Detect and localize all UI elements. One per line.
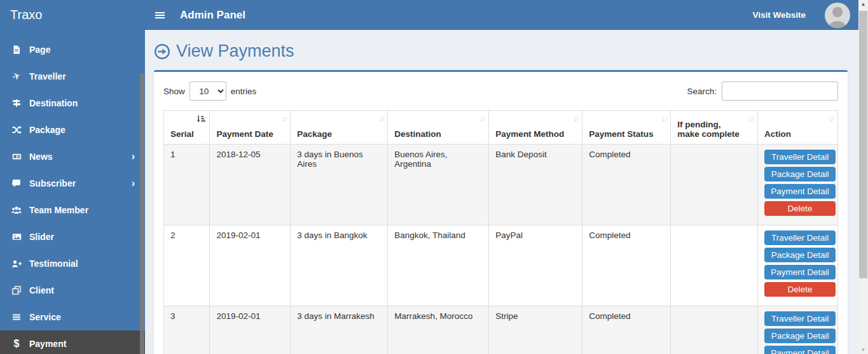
cell-payment-method: Stripe: [489, 306, 582, 354]
cell-payment-date: 2018-12-05: [210, 145, 291, 225]
sidebar-item-destination[interactable]: Destination: [0, 90, 145, 117]
sidebar-item-package[interactable]: Package: [0, 117, 145, 143]
column-header-if-pending[interactable]: If pending, make complete↓↑: [671, 111, 758, 145]
payment-detail-button[interactable]: Payment Detail: [764, 265, 836, 280]
entries-label: entries: [231, 87, 257, 96]
page-heading: View Payments: [154, 41, 868, 61]
sort-icon: ↓↑: [573, 115, 578, 124]
file-icon: [10, 45, 23, 54]
traveller-detail-button[interactable]: Traveller Detail: [764, 150, 836, 164]
sidebar-item-team-member[interactable]: Team Member: [0, 197, 145, 223]
column-header-destination[interactable]: Destination↓↑: [388, 111, 489, 145]
column-header-payment-method[interactable]: Payment Method↓↑: [489, 111, 582, 145]
scroll-up-icon[interactable]: ▲: [858, 1, 868, 7]
delete-button[interactable]: Delete: [764, 282, 836, 297]
table-header-row: Serial Payment Date↓↑ Package↓↑ Destinat…: [164, 111, 838, 145]
package-detail-button[interactable]: Package Detail: [764, 329, 836, 343]
sidebar-item-label: News: [29, 152, 53, 162]
cell-payment-status: Completed: [582, 225, 671, 306]
cell-serial: 3: [164, 306, 210, 354]
cell-payment-method: Bank Deposit: [489, 145, 582, 225]
sidebar-item-client[interactable]: Client: [0, 277, 145, 304]
user-plus-icon: [10, 259, 23, 268]
sidebar-item-page[interactable]: Page: [0, 36, 145, 63]
page-size-select[interactable]: 10: [189, 81, 226, 101]
cell-if-pending: [671, 306, 758, 354]
cell-if-pending: [671, 145, 758, 225]
sort-asc-icon: [196, 115, 205, 123]
column-header-payment-date[interactable]: Payment Date↓↑: [210, 111, 291, 145]
sidebar-item-subscriber[interactable]: Subscriber ›: [0, 170, 145, 197]
table-controls: Show 10 entries Search:: [163, 81, 838, 101]
shuffle-icon: [10, 125, 23, 134]
table-row: 1 2018-12-05 3 days in Buenos Aires Buen…: [164, 145, 838, 225]
column-header-action[interactable]: Action↓↑: [758, 111, 838, 145]
app-title: Admin Panel: [180, 9, 245, 22]
delete-button[interactable]: Delete: [764, 201, 836, 216]
show-label: Show: [163, 87, 185, 96]
browser-scrollbar[interactable]: ▲ ▼: [858, 0, 868, 354]
column-header-payment-status[interactable]: Payment Status↓↑: [582, 111, 671, 145]
chevron-right-icon: ›: [132, 178, 135, 188]
brand-logo[interactable]: Traxo: [0, 0, 145, 30]
sidebar-item-label: Slider: [29, 232, 54, 242]
cell-package: 3 days in Bangkok: [291, 225, 388, 306]
list-icon: [10, 313, 23, 322]
cell-action: Traveller Detail Package Detail Payment …: [758, 306, 838, 354]
sidebar-item-label: Package: [29, 125, 65, 135]
cell-payment-date: 2019-02-01: [210, 225, 291, 306]
sidebar-item-label: Team Member: [29, 205, 88, 215]
map-signs-icon: [10, 99, 23, 108]
cell-payment-status: Completed: [582, 145, 671, 225]
payment-detail-button[interactable]: Payment Detail: [764, 346, 836, 354]
payments-card: Show 10 entries Search: Serial: [154, 70, 848, 354]
sidebar: Traxo Page ✈ Traveller Destination Packa…: [0, 0, 145, 354]
user-avatar[interactable]: [825, 3, 850, 28]
cell-destination: Marrakesh, Morocco: [388, 306, 489, 354]
sidebar-item-traveller[interactable]: ✈ Traveller: [0, 63, 145, 90]
visit-website-link[interactable]: Visit Website: [752, 10, 806, 20]
table-row: 2 2019-02-01 3 days in Bangkok Bangkok, …: [164, 225, 838, 306]
cell-destination: Buenos Aires, Argentina: [388, 145, 489, 225]
chevron-right-icon: ›: [132, 152, 135, 162]
cell-action: Traveller Detail Package Detail Payment …: [758, 145, 838, 225]
cell-action: Traveller Detail Package Detail Payment …: [758, 225, 838, 306]
column-header-serial[interactable]: Serial: [164, 111, 210, 145]
arrow-circle-right-icon: [154, 43, 170, 60]
main-content: View Payments Show 10 entries Search: Se…: [145, 30, 868, 354]
cell-destination: Bangkok, Thailand: [388, 225, 489, 306]
sidebar-item-news[interactable]: News ›: [0, 143, 145, 170]
payment-detail-button[interactable]: Payment Detail: [764, 184, 836, 199]
sidebar-item-payment[interactable]: $ Payment: [0, 330, 145, 354]
sidebar-item-slider[interactable]: Slider: [0, 223, 145, 250]
sidebar-scrollbar-thumb[interactable]: [140, 73, 144, 354]
cell-serial: 2: [164, 225, 210, 306]
column-header-package[interactable]: Package↓↑: [291, 111, 388, 145]
cell-package: 3 days in Marrakesh: [291, 306, 388, 354]
menu-toggle-icon[interactable]: [155, 11, 165, 20]
traveller-detail-button[interactable]: Traveller Detail: [764, 230, 836, 245]
sort-icon: ↓↑: [748, 115, 754, 124]
sidebar-item-label: Testimonial: [29, 258, 78, 269]
cell-serial: 1: [164, 145, 210, 225]
sort-icon: ↓↑: [281, 115, 286, 124]
package-detail-button[interactable]: Package Detail: [764, 167, 836, 181]
cell-payment-date: 2019-02-01: [210, 306, 291, 354]
table-row: 3 2019-02-01 3 days in Marrakesh Marrake…: [164, 306, 838, 354]
sidebar-item-label: Destination: [29, 98, 78, 108]
package-detail-button[interactable]: Package Detail: [764, 248, 836, 262]
sidebar-item-label: Traveller: [29, 71, 66, 81]
scrollbar-thumb[interactable]: [859, 11, 867, 278]
page-title: View Payments: [176, 41, 294, 61]
sidebar-item-service[interactable]: Service: [0, 304, 145, 330]
cell-package: 3 days in Buenos Aires: [291, 145, 388, 225]
sidebar-item-testimonial[interactable]: Testimonial: [0, 250, 145, 277]
payments-table: Serial Payment Date↓↑ Package↓↑ Destinat…: [163, 110, 838, 354]
traveller-detail-button[interactable]: Traveller Detail: [764, 311, 836, 326]
search-input[interactable]: [722, 81, 838, 101]
sidebar-item-label: Subscriber: [29, 178, 76, 188]
scroll-down-icon[interactable]: ▼: [858, 347, 868, 353]
sidebar-item-label: Page: [29, 45, 50, 55]
sort-icon: ↓↑: [479, 115, 485, 124]
sort-icon: ↓↑: [378, 115, 383, 124]
